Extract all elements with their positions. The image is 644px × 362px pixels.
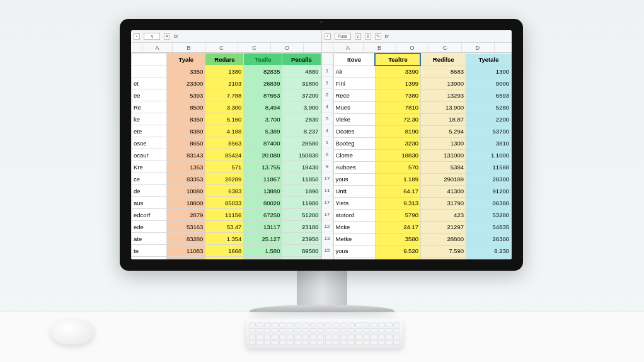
cell[interactable]: 54835	[466, 221, 511, 233]
cell[interactable]: 8190	[375, 125, 420, 137]
cell[interactable]: 5.389	[244, 125, 282, 137]
cell[interactable]: 85424	[205, 149, 244, 161]
cell[interactable]: 37200	[282, 89, 321, 101]
cell[interactable]: 06380	[466, 197, 511, 209]
cell[interactable]: 1668	[205, 245, 244, 257]
dropdown-icon[interactable]: ∨	[355, 33, 361, 40]
row-label[interactable]: Metke	[333, 233, 375, 245]
cell[interactable]: 89580	[282, 245, 321, 257]
cell[interactable]: 83280	[167, 233, 205, 245]
cell[interactable]: 1.580	[244, 245, 282, 257]
row-label[interactable]: ce	[132, 173, 167, 185]
cell[interactable]: 8650	[167, 137, 205, 149]
name-box-right[interactable]: Puse	[335, 33, 351, 40]
cell[interactable]: 83143	[167, 149, 205, 161]
header-cell[interactable]: Pecalls	[282, 54, 321, 65]
cell[interactable]: 31790	[420, 197, 466, 209]
cell[interactable]: 8350	[167, 113, 205, 125]
cell[interactable]: 18800	[167, 197, 205, 209]
cell[interactable]: 3230	[375, 137, 420, 149]
row-label[interactable]	[132, 65, 167, 77]
col-header[interactable]: A	[142, 43, 173, 52]
row-label[interactable]: Vieke	[333, 113, 375, 125]
cell[interactable]: 3,900	[282, 101, 321, 113]
cell[interactable]: 51200	[167, 257, 205, 260]
cell[interactable]: 8563	[205, 137, 244, 149]
row-label[interactable]: ede	[132, 221, 167, 233]
cell[interactable]: 11083	[167, 245, 205, 257]
row-label[interactable]: Mues	[333, 101, 375, 113]
cell[interactable]: 26839	[244, 77, 282, 89]
cell[interactable]: 6593	[466, 89, 511, 101]
cell[interactable]: 7.788	[205, 89, 244, 101]
cell[interactable]: 13117	[244, 221, 282, 233]
spreadsheet-grid-left[interactable]: TyaleRedareTeallePecalls 3350 1380 82835…	[131, 53, 321, 259]
cell[interactable]: 4880	[282, 65, 321, 77]
cell[interactable]: 5.294	[420, 125, 466, 137]
cell[interactable]: 64.17	[375, 185, 420, 197]
cell[interactable]: 21297	[420, 221, 466, 233]
row-label[interactable]: Yiets	[333, 197, 375, 209]
spreadsheet-grid-right[interactable]: ItoveTealtreRedilseTyetaleAk 3390 8683 1…	[333, 53, 512, 259]
cell[interactable]: 3.300	[205, 101, 244, 113]
col-header[interactable]: B	[173, 43, 205, 52]
col-header[interactable]: C	[205, 43, 238, 52]
cell[interactable]: 8.237	[282, 125, 321, 137]
cell[interactable]: 8500	[167, 101, 205, 113]
cell[interactable]: 28289	[205, 173, 244, 185]
cell[interactable]: 28300	[466, 173, 511, 185]
cell[interactable]: 1080	[375, 257, 420, 259]
cell[interactable]: 4.188	[205, 125, 244, 137]
row-label[interactable]: Clome	[333, 149, 375, 161]
cell[interactable]: 3580	[375, 233, 420, 245]
cell[interactable]: 8,494	[244, 101, 282, 113]
col-header[interactable]: O	[271, 43, 304, 52]
col-header[interactable]: B	[364, 43, 396, 52]
cell[interactable]: 423	[420, 209, 466, 221]
cell[interactable]: 91200	[466, 185, 511, 197]
col-header[interactable]: A	[333, 43, 364, 52]
cell[interactable]: 18430	[282, 161, 321, 173]
cell[interactable]: 5280	[466, 101, 511, 113]
cell[interactable]: 53700	[466, 125, 511, 137]
cell[interactable]: 80020	[244, 197, 282, 209]
row-label[interactable]: ete	[132, 125, 167, 137]
cancel-icon[interactable]: ✕	[164, 33, 170, 40]
row-label[interactable]: de	[132, 185, 167, 197]
cell[interactable]: 23180	[282, 221, 321, 233]
cell[interactable]: 27585	[420, 257, 466, 259]
row-label[interactable]: edcorf	[132, 209, 167, 221]
cell[interactable]: 31310	[282, 257, 321, 260]
cell[interactable]: 1.189	[375, 173, 420, 185]
cell[interactable]: 150830	[282, 149, 321, 161]
cell[interactable]: 570	[375, 161, 420, 173]
cell[interactable]: 53280	[466, 209, 511, 221]
cell[interactable]: 3390	[375, 65, 420, 77]
cell[interactable]: 31800	[282, 77, 321, 89]
cell[interactable]: 23950	[282, 233, 321, 245]
cell[interactable]: 8683	[420, 65, 466, 77]
cell[interactable]: 8380	[167, 125, 205, 137]
row-label[interactable]: Re	[132, 101, 167, 113]
cell[interactable]: 131000	[420, 149, 466, 161]
col-header[interactable]: D	[462, 43, 495, 52]
cell[interactable]: 20.080	[244, 149, 282, 161]
name-box-left[interactable]: ∨	[144, 33, 160, 40]
col-header[interactable]: C	[238, 43, 271, 52]
cell[interactable]: 10080	[167, 185, 205, 197]
cell[interactable]: 1300	[466, 65, 511, 77]
cell[interactable]: 1399	[375, 77, 420, 89]
cell[interactable]: 5393	[167, 89, 205, 101]
cell[interactable]: 23300	[167, 77, 205, 89]
cell[interactable]: 82835	[244, 65, 282, 77]
cell[interactable]: 24.17	[375, 221, 420, 233]
header-cell[interactable]: Tyetale	[466, 54, 511, 65]
cell[interactable]: 571	[205, 161, 244, 173]
cell[interactable]: 290189	[420, 173, 466, 185]
cell[interactable]: 5.160	[205, 113, 244, 125]
cell[interactable]: 2830	[282, 113, 321, 125]
cell[interactable]: 28800	[420, 233, 466, 245]
col-header[interactable]: C	[429, 43, 462, 52]
row-label[interactable]: Yort	[333, 257, 375, 259]
cell[interactable]: 53.47	[205, 221, 244, 233]
